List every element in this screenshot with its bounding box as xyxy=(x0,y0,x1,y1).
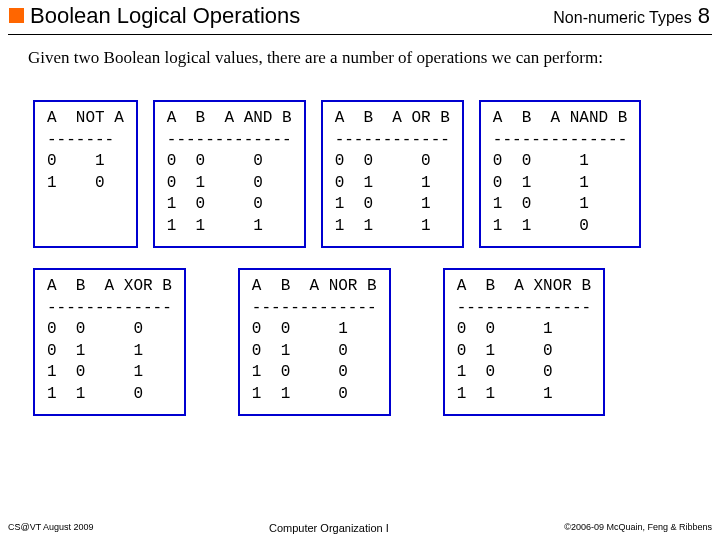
truth-table-xor: A B A XOR B ------------- 0 0 0 0 1 1 1 … xyxy=(33,268,186,416)
truth-table-nor: A B A NOR B ------------- 0 0 1 0 1 0 1 … xyxy=(238,268,391,416)
page-number: 8 xyxy=(698,3,710,29)
slide-bullet-icon xyxy=(9,8,24,23)
truth-table-and: A B A AND B ------------- 0 0 0 0 1 0 1 … xyxy=(153,100,306,248)
footer-right: ©2006-09 McQuain, Feng & Ribbens xyxy=(564,522,712,534)
intro-text: Given two Boolean logical values, there … xyxy=(28,48,603,68)
truth-table-nand: A B A NAND B -------------- 0 0 1 0 1 1 … xyxy=(479,100,641,248)
truth-tables-row-1: A NOT A ------- 0 1 1 0 A B A AND B ----… xyxy=(33,100,706,248)
header-rule xyxy=(8,34,712,35)
slide-title: Boolean Logical Operations xyxy=(30,3,300,29)
truth-table-xnor: A B A XNOR B -------------- 0 0 1 0 1 0 … xyxy=(443,268,605,416)
truth-tables-row-2: A B A XOR B ------------- 0 0 0 0 1 1 1 … xyxy=(33,268,605,416)
truth-table-or: A B A OR B ------------ 0 0 0 0 1 1 1 0 … xyxy=(321,100,464,248)
slide-header-right: Non-numeric Types 8 xyxy=(553,3,710,29)
footer-center: Computer Organization I xyxy=(269,522,389,534)
slide-header: Boolean Logical Operations Non-numeric T… xyxy=(30,3,710,31)
footer-left: CS@VT August 2009 xyxy=(8,522,94,534)
slide-footer: CS@VT August 2009 Computer Organization … xyxy=(8,522,712,534)
section-label: Non-numeric Types xyxy=(553,9,691,27)
truth-table-not: A NOT A ------- 0 1 1 0 xyxy=(33,100,138,248)
